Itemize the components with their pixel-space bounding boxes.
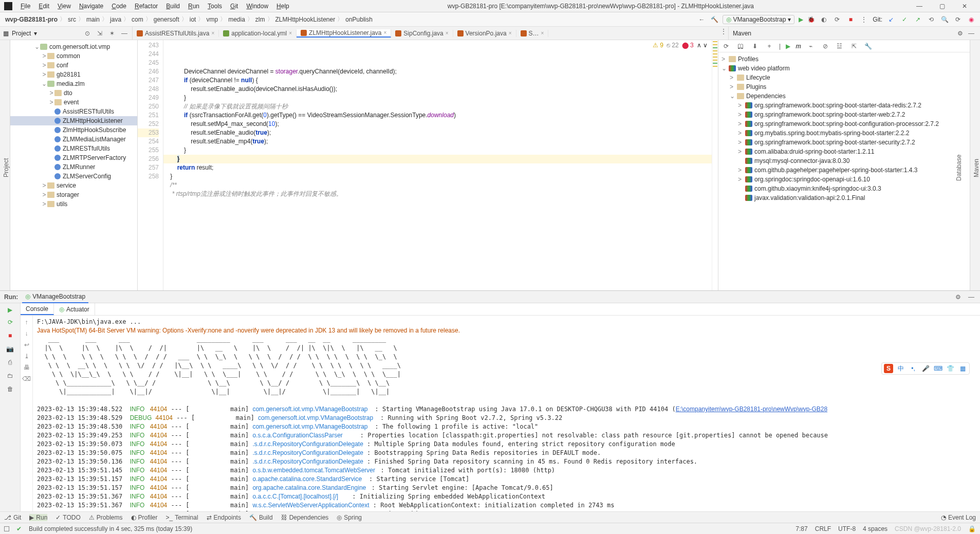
run-hide-icon[interactable]: — [967,292,976,302]
search-icon[interactable]: 🔍 [940,15,949,24]
build-button[interactable]: 🔨 [711,16,718,23]
tree-arrow-icon[interactable]: ⌄ [41,80,47,87]
maven-node[interactable]: >Profiles [718,54,970,64]
bottom-tool-problems[interactable]: ⚠Problems [89,514,123,521]
menu-view[interactable]: View [53,3,75,10]
close-tab-icon[interactable]: × [509,30,512,36]
maven-node[interactable]: >org.mybatis.spring.boot:mybatis-spring-… [718,128,970,138]
menu-git[interactable]: Git [226,3,242,10]
hide-button[interactable]: — [120,29,129,38]
code-area[interactable]: ⚠ 9 ⎋ 22 ⬤ 3 ∧ ∨ DeviceChannel deviceCha… [163,40,712,290]
close-tab-icon[interactable]: × [289,30,292,36]
ime-keyboard-icon[interactable]: ⌨ [933,364,942,373]
crumb-1[interactable]: src [67,16,77,23]
back-button[interactable]: ← [697,15,707,24]
soft-wrap-icon[interactable]: ↩ [24,341,29,348]
menu-file[interactable]: File [16,3,34,10]
maven-toggle-offline-icon[interactable]: ⌁ [806,42,816,51]
more-tabs-icon[interactable]: ⋮ [719,27,728,36]
maven-collapse-icon[interactable]: ⇱ [849,42,859,51]
tree-arrow-icon[interactable]: > [48,99,54,106]
menu-refactor[interactable]: Refactor [131,3,162,10]
maven-node[interactable]: >Lifecycle [718,73,970,82]
maven-node[interactable]: ⌄Dependencies [718,91,970,101]
tree-node[interactable]: ⌄com.genersoft.iot.vmp [10,42,137,51]
rerun-update-button[interactable]: ⟳ [6,318,15,327]
menu-help[interactable]: Help [272,3,293,10]
maven-node[interactable]: javax.validation:validation-api:2.0.1.Fi… [718,193,970,202]
crumb-3[interactable]: java [109,16,122,23]
indent-setting[interactable]: 4 spaces [863,525,887,532]
maven-node[interactable]: >com.github.pagehelper:pagehelper-spring… [718,165,970,175]
line-separator[interactable]: CRLF [815,525,831,532]
editor-tab-2[interactable]: ZLMHttpHookListener.java× [297,29,391,38]
menu-window[interactable]: Window [242,3,272,10]
run-button[interactable]: ▶ [799,16,803,23]
pin-button[interactable]: 🗑 [6,384,15,394]
profile-button[interactable]: ⟳ [833,15,842,24]
tree-arrow-icon[interactable]: > [738,120,745,127]
bottom-tool-build[interactable]: 🔨Build [249,514,273,521]
maven-tree[interactable]: >Profiles⌄web video platform>Lifecycle>P… [718,52,970,290]
tree-arrow-icon[interactable]: > [730,74,737,81]
tree-node[interactable]: >utils [10,199,137,209]
git-push-icon[interactable]: ↗ [913,15,922,24]
maven-node[interactable]: >org.springframework.boot:spring-boot-st… [718,138,970,147]
ime-voice-icon[interactable]: 🎤 [921,364,930,373]
crumb-0[interactable]: wvp-GB28181-pro [4,16,59,23]
rerun-button[interactable]: ▶ [8,306,12,314]
maven-node[interactable]: mysql:mysql-connector-java:8.0.30 [718,156,970,165]
tree-arrow-icon[interactable]: ⌄ [34,43,40,50]
bottom-tool-endpoints[interactable]: ⇄Endpoints [207,514,241,521]
crumb-2[interactable]: main [85,16,101,23]
maven-download-icon[interactable]: ⬇ [750,42,760,51]
maven-node[interactable]: >org.springframework.boot:spring-boot-co… [718,119,970,128]
tree-arrow-icon[interactable]: > [41,62,47,69]
maven-settings-icon[interactable]: ⚙ [955,29,965,38]
maven-hide-icon[interactable]: — [967,29,976,38]
settings-sync-icon[interactable]: ⟳ [953,15,963,24]
tree-node[interactable]: ZLMServerConfig [10,172,137,181]
sogou-icon[interactable]: S [884,364,893,373]
tree-arrow-icon[interactable]: > [41,191,47,198]
database-tool-tab[interactable]: Database [955,45,963,290]
maven-add-icon[interactable]: + [765,42,774,51]
menu-edit[interactable]: Edit [34,3,53,10]
debug-button[interactable]: 🐞 [807,16,815,23]
tree-arrow-icon[interactable]: ⌄ [730,93,737,100]
project-view-selector[interactable]: ▦ Project ▾ ⊙ ⇲ ✶ — [0,27,133,40]
stop-button[interactable]: ■ [846,15,855,24]
tree-node[interactable]: >dto [10,88,137,98]
tree-arrow-icon[interactable]: > [738,167,745,174]
project-tree[interactable]: ⌄com.genersoft.iot.vmp>common>conf>gb281… [10,40,138,290]
tree-node[interactable]: ZLMRESTfulUtils [10,144,137,153]
bottom-tool-todo[interactable]: ✓TODO [56,514,80,521]
maven-generate-icon[interactable]: 🕮 [736,42,745,51]
restore-layout-button[interactable]: 🗀 [6,371,15,380]
maven-node[interactable]: com.github.xiaoymin:knife4j-springdoc-ui… [718,184,970,193]
tree-node[interactable]: ZLMHttpHookListener [10,116,137,125]
print-icon[interactable]: 🖶 [24,364,30,371]
tree-arrow-icon[interactable]: > [48,89,54,97]
tree-arrow-icon[interactable]: > [730,83,737,90]
run-config-selector[interactable]: ◎ VManageBootstrap ▾ [723,15,795,24]
console-tab[interactable]: Console [21,303,54,315]
bottom-tool-terminal[interactable]: >_Terminal [166,514,198,521]
tree-arrow-icon[interactable]: > [738,139,745,146]
maximize-button[interactable]: ▢ [931,0,953,12]
bottom-tool-git[interactable]: ⎇Git [4,514,21,521]
tree-node[interactable]: >gb28181 [10,70,137,79]
tree-arrow-icon[interactable]: > [738,130,745,137]
maven-exec-icon[interactable]: m [796,43,801,50]
tree-arrow-icon[interactable]: > [41,182,47,189]
crumb-4[interactable]: com [131,16,144,23]
status-tool-icon[interactable] [4,526,9,531]
maven-node[interactable]: >com.alibaba:druid-spring-boot-starter:1… [718,147,970,156]
maven-toggle-skip-tests-icon[interactable]: ⊘ [821,42,830,51]
tree-node[interactable]: ⌄media.zlm [10,79,137,88]
error-stripe[interactable] [712,40,718,290]
lock-icon[interactable]: 🔒 [968,525,976,532]
editor-tab-1[interactable]: application-local.yml× [219,30,297,37]
clear-icon[interactable]: ⌫ [22,375,31,382]
console-output[interactable]: F:\JAVA-JDK\bin\java.exe ... Java HotSpo… [33,316,980,511]
